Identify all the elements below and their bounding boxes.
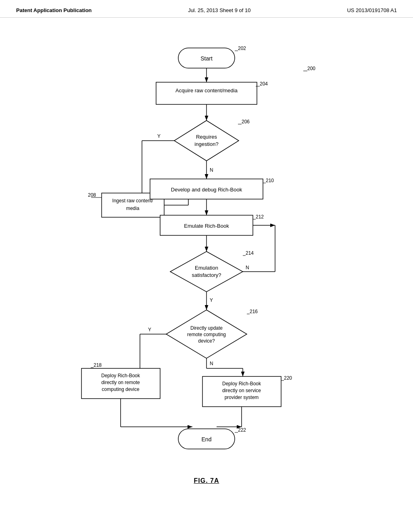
svg-text:device?: device? (198, 338, 215, 344)
svg-text:Start: Start (200, 55, 213, 62)
svg-text:Y: Y (148, 327, 151, 332)
svg-text:200: 200 (307, 66, 315, 71)
svg-text:Emulate Rich-Book: Emulate Rich-Book (184, 223, 229, 229)
svg-text:Y: Y (157, 133, 161, 139)
svg-marker-35 (170, 251, 243, 292)
svg-text:210: 210 (266, 178, 274, 183)
svg-text:214: 214 (246, 250, 254, 256)
svg-text:Emulation: Emulation (195, 265, 218, 271)
svg-text:satisfactory?: satisfactory? (192, 272, 221, 278)
diagram-area: Start 202 200 Acquire raw content/media … (0, 18, 413, 509)
svg-marker-10 (174, 121, 239, 161)
svg-text:218: 218 (94, 362, 102, 368)
svg-text:222: 222 (238, 427, 246, 433)
svg-text:Directly update: Directly update (190, 325, 223, 331)
header-center: Jul. 25, 2013 Sheet 9 of 10 (188, 7, 250, 13)
svg-text:Develop and debug Rich-Book: Develop and debug Rich-Book (171, 187, 242, 193)
svg-text:N: N (210, 361, 213, 366)
svg-text:Deploy Rich-Book: Deploy Rich-Book (101, 373, 140, 378)
svg-text:Ingest raw content/: Ingest raw content/ (112, 198, 153, 204)
svg-text:Deploy Rich-Book: Deploy Rich-Book (222, 381, 261, 387)
svg-text:220: 220 (284, 375, 292, 381)
header-left: Patent Application Publication (16, 7, 92, 13)
svg-text:204: 204 (260, 81, 268, 87)
svg-text:Acquire raw content/media: Acquire raw content/media (175, 87, 238, 94)
svg-text:remote computing: remote computing (187, 332, 226, 337)
svg-text:directly on service: directly on service (222, 388, 261, 393)
svg-text:Y: Y (210, 297, 213, 303)
svg-text:Requires: Requires (196, 134, 217, 140)
svg-text:202: 202 (238, 46, 246, 51)
svg-text:directly on remote: directly on remote (101, 380, 140, 385)
svg-text:End: End (202, 436, 212, 443)
svg-text:provider system: provider system (225, 395, 259, 400)
svg-text:216: 216 (250, 309, 258, 314)
figure-caption: FIG. 7A (0, 477, 413, 484)
flowchart-svg: Start 202 200 Acquire raw content/media … (69, 30, 344, 473)
page-header: Patent Application Publication Jul. 25, … (0, 0, 413, 18)
svg-text:computing device: computing device (102, 387, 140, 392)
svg-text:ingestion?: ingestion? (194, 141, 218, 147)
svg-text:N: N (210, 167, 213, 173)
svg-text:208: 208 (88, 192, 96, 198)
header-right: US 2013/0191708 A1 (347, 7, 397, 13)
svg-text:media: media (126, 206, 140, 211)
svg-text:212: 212 (256, 214, 264, 220)
svg-text:N: N (246, 265, 249, 270)
svg-text:206: 206 (242, 119, 250, 125)
